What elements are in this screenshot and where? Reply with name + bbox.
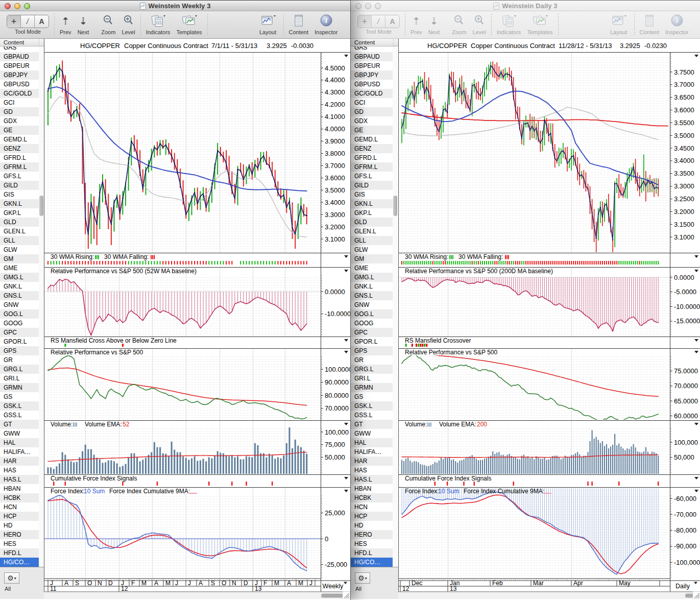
sidebar-item-gfs-l[interactable]: GFS.L xyxy=(351,172,393,181)
sidebar-item-gt[interactable]: GT xyxy=(0,420,39,429)
sidebar-item-glen-l[interactable]: GLEN.L xyxy=(0,227,39,236)
sidebar-item-gww[interactable]: GWW xyxy=(0,429,39,438)
layout-button[interactable]: Layout xyxy=(609,11,629,35)
zoom-out-button[interactable]: Zoom xyxy=(452,11,466,35)
sidebar-item-gkn-l[interactable]: GKN.L xyxy=(351,199,393,208)
sidebar-item-gww[interactable]: GWW xyxy=(351,429,393,438)
action-gear-button[interactable]: ⚙▾ xyxy=(355,572,370,584)
sidebar-item-hcp[interactable]: HCP xyxy=(351,512,393,521)
sidebar-item-gc-gold[interactable]: GC/GOLD xyxy=(0,89,39,98)
sidebar-item-gpor-l[interactable]: GPOR.L xyxy=(351,337,393,346)
sidebar-item-grmn[interactable]: GRMN xyxy=(0,383,39,392)
sidebar-item-gpc[interactable]: GPC xyxy=(0,328,39,337)
sidebar-item-gnw[interactable]: GNW xyxy=(351,300,393,309)
tool-crosshair-button[interactable]: + xyxy=(7,15,21,28)
sidebar-item-gll[interactable]: GLL xyxy=(351,236,393,245)
sidebar-item-ge[interactable]: GE xyxy=(351,126,393,135)
sidebar-item-gmg-l[interactable]: GMG.L xyxy=(351,273,393,282)
indicators-button[interactable]: Indicators xyxy=(146,11,171,35)
sidebar-item-gbpeur[interactable]: GBPEUR xyxy=(351,61,393,70)
prev-button[interactable]: ⇡ Prev xyxy=(60,11,71,35)
sidebar-item-gfs-l[interactable]: GFS.L xyxy=(0,172,39,181)
zoom-button[interactable] xyxy=(24,3,30,9)
sidebar-item-gme[interactable]: GME xyxy=(0,263,39,273)
sidebar-item-gll[interactable]: GLL xyxy=(0,236,39,245)
sidebar-item-gci[interactable]: GCI xyxy=(0,98,39,107)
filter-all-label[interactable]: All xyxy=(5,586,11,592)
zoom-button[interactable] xyxy=(375,3,381,9)
sidebar-item-hcp[interactable]: HCP xyxy=(0,512,39,521)
sidebar-item-gns-l[interactable]: GNS.L xyxy=(351,291,393,300)
sidebar-item-gri-l[interactable]: GRI.L xyxy=(0,374,39,383)
sidebar-item-gsk-l[interactable]: GSK.L xyxy=(351,401,393,411)
sidebar-item-gs[interactable]: GS xyxy=(351,392,393,401)
sidebar-item-hd[interactable]: HD xyxy=(351,521,393,530)
sidebar-item-gci[interactable]: GCI xyxy=(351,98,393,107)
sidebar-item-genz[interactable]: GENZ xyxy=(0,144,39,153)
sidebar-item-hg-co-[interactable]: HG/CO… xyxy=(351,558,393,567)
sidebar-header[interactable]: Content xyxy=(351,39,398,46)
sidebar-item-gfrd-l[interactable]: GFRD.L xyxy=(0,153,39,162)
next-button[interactable]: ⇣ Next xyxy=(428,11,440,35)
sidebar-item-hal[interactable]: HAL xyxy=(0,438,39,447)
sidebar-item-gme[interactable]: GME xyxy=(351,263,393,273)
sidebar-item-gld[interactable]: GLD xyxy=(0,218,39,227)
titlebar[interactable]: Weinstein Weekly 3 xyxy=(0,0,350,11)
sidebar-item-hcbk[interactable]: HCBK xyxy=(0,493,39,502)
sidebar-item-hes[interactable]: HES xyxy=(351,539,393,548)
sidebar-item-genz[interactable]: GENZ xyxy=(351,144,393,153)
sidebar-item-gnk-l[interactable]: GNK.L xyxy=(0,282,39,291)
sidebar-item-gld[interactable]: GLD xyxy=(351,218,393,227)
sidebar-item-goog[interactable]: GOOG xyxy=(0,319,39,328)
sidebar-item-hg-co-[interactable]: HG/CO… xyxy=(0,558,39,567)
sidebar-item-har[interactable]: HAR xyxy=(0,457,39,466)
layout-button[interactable]: Layout xyxy=(258,11,278,35)
sidebar-scrollbar[interactable] xyxy=(39,46,44,567)
sidebar-item-gt[interactable]: GT xyxy=(351,420,393,429)
sidebar-item-gmg-l[interactable]: GMG.L xyxy=(0,273,39,282)
close-button[interactable] xyxy=(5,3,11,9)
zoom-in-button[interactable]: Level xyxy=(122,11,135,35)
tool-line-button[interactable]: / xyxy=(372,15,385,28)
sidebar-item-gemd-l[interactable]: GEMD.L xyxy=(0,135,39,144)
sidebar-item-gpc[interactable]: GPC xyxy=(351,328,393,337)
sidebar-item-gd[interactable]: GD xyxy=(0,107,39,116)
sidebar-item-gis[interactable]: GIS xyxy=(351,190,393,199)
sidebar-item-gps[interactable]: GPS xyxy=(0,346,39,355)
sidebar-item-glw[interactable]: GLW xyxy=(0,245,39,254)
sidebar-item-gog-l[interactable]: GOG.L xyxy=(351,309,393,319)
prev-button[interactable]: ⇡ Prev xyxy=(411,11,422,35)
sidebar-item-gfrm-l[interactable]: GFRM.L xyxy=(351,162,393,172)
sidebar-item-hcbk[interactable]: HCBK xyxy=(351,493,393,502)
sidebar-item-har[interactable]: HAR xyxy=(351,457,393,466)
inspector-button[interactable]: i Inspector xyxy=(315,11,337,35)
sidebar-item-gnw[interactable]: GNW xyxy=(0,300,39,309)
sidebar-item-glen-l[interactable]: GLEN.L xyxy=(351,227,393,236)
sidebar-item-gog-l[interactable]: GOG.L xyxy=(0,309,39,319)
sidebar-item-grg-l[interactable]: GRG.L xyxy=(351,365,393,374)
sidebar-item-gbpusd[interactable]: GBPUSD xyxy=(351,80,393,89)
horizontal-scrollbar-thumb[interactable] xyxy=(685,594,693,598)
sidebar-item-gbpaud[interactable]: GBPAUD xyxy=(0,52,39,61)
sidebar-item-halifa-[interactable]: HALIFA… xyxy=(0,447,39,457)
sidebar-scrollbar-thumb[interactable] xyxy=(39,196,43,216)
zoom-in-button[interactable]: Level xyxy=(472,11,486,35)
sidebar-item-gr[interactable]: GR xyxy=(351,355,393,365)
sidebar-item-gkp-l[interactable]: GKP.L xyxy=(351,208,393,218)
close-button[interactable] xyxy=(355,3,361,9)
action-gear-button[interactable]: ⚙▾ xyxy=(4,572,19,584)
sidebar-item-hes[interactable]: HES xyxy=(0,539,39,548)
sidebar-item-gild[interactable]: GILD xyxy=(0,181,39,190)
sidebar-item-gm[interactable]: GM xyxy=(0,254,39,263)
sidebar-item-gm[interactable]: GM xyxy=(351,254,393,263)
sidebar-item-gemd-l[interactable]: GEMD.L xyxy=(351,135,393,144)
sidebar-item-hban[interactable]: HBAN xyxy=(0,484,39,493)
sidebar-item-hfd-l[interactable]: HFD.L xyxy=(0,548,39,558)
sidebar-item-goog[interactable]: GOOG xyxy=(351,319,393,328)
sidebar-item-grmn[interactable]: GRMN xyxy=(351,383,393,392)
sidebar-item-hero[interactable]: HERO xyxy=(0,530,39,539)
next-button[interactable]: ⇣ Next xyxy=(78,11,89,35)
sidebar-item-gbpjpy[interactable]: GBPJPY xyxy=(351,70,393,80)
sidebar-item-hero[interactable]: HERO xyxy=(351,530,393,539)
sidebar-item-gpor-l[interactable]: GPOR.L xyxy=(0,337,39,346)
